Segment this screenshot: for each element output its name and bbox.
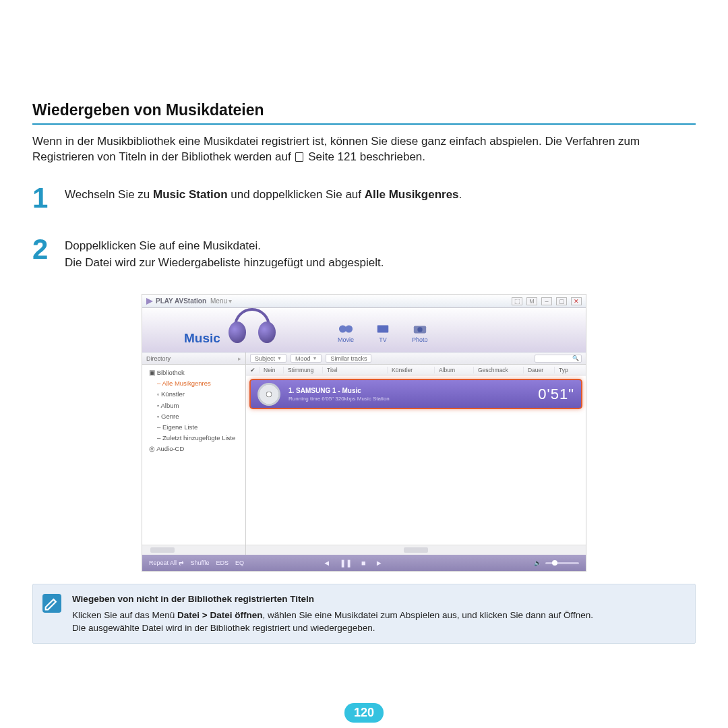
step-1-txt-b: und doppelklicken Sie auf xyxy=(228,188,365,201)
track-area: 1. SAMSUNG 1 - Music Running time 6'05" … xyxy=(246,375,586,545)
tree-i5-label: Eigene Liste xyxy=(162,423,198,431)
volume-knob[interactable] xyxy=(552,560,557,566)
search-input[interactable]: 🔍 xyxy=(535,355,582,363)
tree-own-list[interactable]: – Eigene Liste xyxy=(146,422,241,433)
header-tabs: Movie TV Photo xyxy=(338,323,428,343)
pause-button[interactable]: ❚❚ xyxy=(340,559,352,568)
tree-audio-cd[interactable]: ◎ Audio-CD xyxy=(146,444,241,454)
col-dauer[interactable]: Dauer xyxy=(524,367,555,373)
page-ref-icon xyxy=(295,152,303,162)
col-kuenstler[interactable]: Künstler xyxy=(388,367,435,373)
volume-slider[interactable] xyxy=(545,562,579,564)
col-album[interactable]: Album xyxy=(435,367,474,373)
app-title: PLAY AVStation xyxy=(156,297,206,305)
step-1-bold-a: Music Station xyxy=(153,188,228,201)
next-button[interactable]: ► xyxy=(375,559,383,568)
tree-root[interactable]: ▣ Bibliothek xyxy=(146,367,241,378)
column-headers: ✔ Nein Stimmung Titel Künstler Album Ges… xyxy=(246,365,586,375)
tree-all-genres[interactable]: – Alle Musikgenres xyxy=(146,378,241,389)
headphones-icon xyxy=(229,308,276,350)
page-number: 120 xyxy=(344,703,384,723)
svg-rect-2 xyxy=(377,326,389,333)
intro-paragraph: Wenn in der Musikbibliothek eine Musikda… xyxy=(32,134,696,165)
step-2-body: Doppelklicken Sie auf eine Musikdatei. D… xyxy=(65,235,384,271)
titlebar[interactable]: PLAY AVStation Menu ▾ ⬚ M – ▢ ✕ xyxy=(142,295,586,308)
filter-subject[interactable]: Subject▼ xyxy=(250,354,286,363)
transport-controls: ◄ ❚❚ ■ ► xyxy=(323,559,382,568)
step-2-number: 2 xyxy=(32,235,53,271)
filter-mood-label: Mood xyxy=(295,355,311,362)
tab-movie[interactable]: Movie xyxy=(338,323,354,343)
filter-mood[interactable]: Mood▼ xyxy=(291,354,322,363)
playback-bar: Repeat All ⇄ Shuffle EDS EQ ◄ ❚❚ ■ ► 🔈 xyxy=(142,555,586,571)
tree-album[interactable]: ▫ Album xyxy=(146,400,241,411)
note-l1a: Klicken Sie auf das Menü xyxy=(72,610,177,620)
shuffle-button[interactable]: Shuffle xyxy=(191,559,210,566)
window-btn-2[interactable]: M xyxy=(526,297,537,305)
track-title: 1. SAMSUNG 1 - Music xyxy=(289,387,538,394)
window-btn-1[interactable]: ⬚ xyxy=(512,297,522,305)
directory-header[interactable]: Directory▸ xyxy=(142,353,245,365)
maximize-button[interactable]: ▢ xyxy=(556,297,567,305)
steps-list: 1 Wechseln Sie zu Music Station und dopp… xyxy=(32,184,696,271)
app-header: Music Movie TV Photo xyxy=(142,308,586,353)
stop-button[interactable]: ■ xyxy=(361,559,366,568)
chevron-down-icon: ▼ xyxy=(277,356,282,361)
note-line-1: Klicken Sie auf das Menü Datei > Datei ö… xyxy=(72,609,593,622)
chevron-right-icon: ▸ xyxy=(238,355,241,362)
sidebar: Directory▸ ▣ Bibliothek – Alle Musikgenr… xyxy=(142,353,246,555)
eq-button[interactable]: EQ xyxy=(235,559,244,566)
tab-photo[interactable]: Photo xyxy=(412,323,428,343)
sidebar-scrollbar[interactable] xyxy=(142,545,245,555)
content-pane: Subject▼ Mood▼ Similar tracks 🔍 ✔ Nein S… xyxy=(246,353,586,555)
close-button[interactable]: ✕ xyxy=(571,297,582,305)
tab-tv[interactable]: TV xyxy=(375,323,390,343)
now-playing-track[interactable]: 1. SAMSUNG 1 - Music Running time 6'05" … xyxy=(249,379,582,409)
eds-button[interactable]: EDS xyxy=(216,559,229,566)
tree-root-label: Bibliothek xyxy=(157,369,185,376)
chevron-down-icon: ▼ xyxy=(312,356,317,361)
col-stimmung[interactable]: Stimmung xyxy=(284,367,323,373)
info-note: Wiegeben von nicht in der Bibliothek reg… xyxy=(32,584,696,644)
svg-point-4 xyxy=(417,327,422,332)
svg-point-1 xyxy=(345,326,353,333)
tree-recent[interactable]: – Zuletzt hinzugefügte Liste xyxy=(146,433,241,444)
col-check[interactable]: ✔ xyxy=(246,367,260,373)
avstation-window: PLAY AVStation Menu ▾ ⬚ M – ▢ ✕ Music Mo… xyxy=(142,294,586,572)
step-1: 1 Wechseln Sie zu Music Station und dopp… xyxy=(32,184,696,212)
tree-artist[interactable]: ▫ Künstler xyxy=(146,389,241,400)
scroll-thumb[interactable] xyxy=(404,547,428,553)
volume-control[interactable]: 🔈 xyxy=(534,559,579,566)
col-geschmack[interactable]: Geschmack xyxy=(474,367,524,373)
scroll-thumb[interactable] xyxy=(150,547,175,553)
cd-icon xyxy=(257,383,280,406)
col-nein[interactable]: Nein xyxy=(260,367,284,373)
prev-button[interactable]: ◄ xyxy=(323,559,330,568)
window-controls: ⬚ M – ▢ ✕ xyxy=(512,297,582,305)
content-scrollbar[interactable] xyxy=(246,545,586,555)
tree-i2-label: Künstler xyxy=(161,390,185,398)
tree-genre[interactable]: ▫ Genre xyxy=(146,411,241,422)
note-l1c: , wählen Sie eine Musikdatei zum Abspiel… xyxy=(263,610,594,620)
repeat-label: Repeat All xyxy=(149,559,177,566)
col-titel[interactable]: Titel xyxy=(323,367,388,373)
note-title: Wiegeben von nicht in der Bibliothek reg… xyxy=(72,593,593,606)
track-time: 0'51" xyxy=(538,386,574,403)
note-l1b: Datei > Datei öffnen xyxy=(177,610,262,620)
filter-similar[interactable]: Similar tracks xyxy=(326,354,371,363)
directory-label: Directory xyxy=(146,355,171,362)
step-1-txt-a: Wechseln Sie zu xyxy=(65,188,153,201)
app-logo-icon xyxy=(146,298,153,305)
filter-bar: Subject▼ Mood▼ Similar tracks 🔍 xyxy=(246,353,586,365)
app-body: Directory▸ ▣ Bibliothek – Alle Musikgenr… xyxy=(142,353,586,555)
menu-label[interactable]: Menu xyxy=(210,297,227,305)
speaker-icon: 🔈 xyxy=(534,559,541,566)
repeat-button[interactable]: Repeat All ⇄ xyxy=(149,559,184,566)
minimize-button[interactable]: – xyxy=(541,297,552,305)
filter-similar-label: Similar tracks xyxy=(330,355,367,362)
pencil-icon xyxy=(42,594,61,613)
tree-i1-label: Alle Musikgenres xyxy=(162,380,210,387)
col-typ[interactable]: Typ xyxy=(555,367,586,373)
note-body: Wiegeben von nicht in der Bibliothek reg… xyxy=(72,593,593,635)
chevron-down-icon[interactable]: ▾ xyxy=(229,297,232,305)
